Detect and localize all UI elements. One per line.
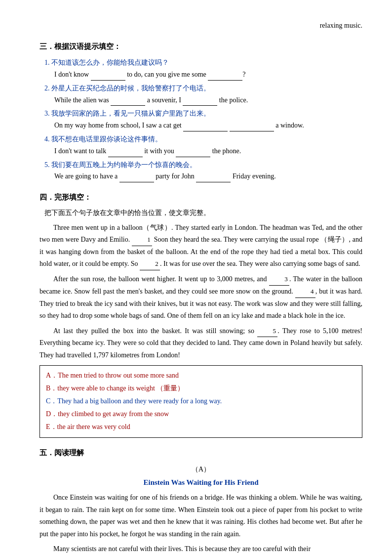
reading-title: Einstein Was Waiting for His Friend: [39, 476, 362, 489]
q2-blank1[interactable]: [111, 98, 145, 106]
question-1: 1. 不知道该怎么办，你能给我点建议吗？ I don't know to do,…: [44, 57, 362, 81]
q1-blank1[interactable]: [91, 73, 125, 81]
blank-5[interactable]: 5: [257, 326, 277, 338]
q5-chinese: 5. 我们要在周五晚上为约翰举办一个惊喜的晚会。: [44, 159, 362, 171]
q1-english: I don't know to do, can you give me some…: [54, 69, 362, 81]
reading-para1: Once Einstein was waiting for one of his…: [39, 492, 362, 540]
q5-blank1[interactable]: [119, 174, 154, 182]
section3-title: 三．根据汉语提示填空：: [39, 41, 362, 53]
passage-para2: After the sun rose, the balloon went hig…: [39, 273, 362, 322]
option-c: C．They had a big balloon and they were r…: [46, 395, 356, 407]
passage-para3: At last they pulled the box into the bas…: [39, 325, 362, 362]
question-5: 5. 我们要在周五晚上为约翰举办一个惊喜的晚会。 We are going to…: [44, 159, 362, 183]
q3-blank2[interactable]: [230, 124, 274, 131]
section5-title: 五．阅读理解: [39, 447, 362, 460]
q1-blank2[interactable]: [208, 73, 242, 81]
section4-instruction: 把下面五个句子放在文章中的恰当位置，使文章完整。: [44, 207, 362, 219]
q2-english: While the alien was a souvenir, I the po…: [54, 94, 362, 106]
q3-english: On my way home from school, I saw a cat …: [54, 120, 362, 131]
top-tail-text: relaxing music.: [39, 20, 362, 32]
q4-blank1[interactable]: [108, 149, 143, 157]
passage-para1: Three men went up in a balloon（气球）. They…: [39, 222, 362, 271]
option-b: B．they were able to change its weight （重…: [46, 383, 356, 394]
option-e: E．the air there was very cold: [46, 421, 356, 433]
q4-english: I don't want to talk it with you the pho…: [54, 145, 362, 157]
blank-2[interactable]: 2: [140, 258, 160, 270]
section4-title: 四．完形填空：: [39, 191, 362, 204]
question-4: 4. 我不想在电话里跟你谈论这件事情。 I don't want to talk…: [44, 133, 362, 157]
q4-chinese: 4. 我不想在电话里跟你谈论这件事情。: [44, 133, 362, 145]
reading-sub-label: （A）: [39, 464, 362, 475]
q2-blank2[interactable]: [183, 98, 217, 106]
q5-english: We are going to have a party for John Fr…: [54, 171, 362, 182]
question-2: 2. 外星人正在买纪念品的时候，我给警察打了个电话。 While the ali…: [44, 83, 362, 106]
option-a: A．The men tried to throw out some more s…: [46, 370, 356, 382]
blank-3[interactable]: 3: [269, 274, 289, 286]
q1-chinese: 1. 不知道该怎么办，你能给我点建议吗？: [44, 57, 362, 69]
reading-para2: Many scientists are not careful with the…: [39, 543, 362, 555]
question-3: 3. 我放学回家的路上，看见一只猫从窗户里跑了出来。 On my way hom…: [44, 108, 362, 131]
blank-1[interactable]: 1: [132, 234, 152, 246]
q3-chinese: 3. 我放学回家的路上，看见一只猫从窗户里跑了出来。: [44, 108, 362, 120]
q3-blank1[interactable]: [183, 124, 228, 131]
q5-blank2[interactable]: [196, 174, 231, 182]
options-box: A．The men tried to throw out some more s…: [39, 365, 362, 438]
blank-4[interactable]: 4: [295, 286, 315, 298]
q2-chinese: 2. 外星人正在买纪念品的时候，我给警察打了个电话。: [44, 83, 362, 94]
option-d: D．they climbed to get away from the snow: [46, 408, 356, 420]
q4-blank2[interactable]: [176, 149, 210, 157]
